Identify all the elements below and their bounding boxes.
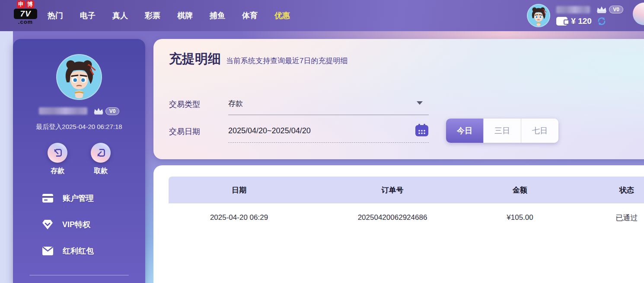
brand-logo[interactable]: 申 博 7V .com [13, 0, 38, 25]
withdraw-button[interactable]: 取款 [86, 143, 115, 176]
logo-seal-left: 申 [17, 0, 25, 8]
sidebar-user-row: V0 [13, 106, 145, 116]
sidebar-item-label: VIP特权 [62, 219, 90, 230]
refresh-balance-icon[interactable] [597, 16, 606, 26]
top-navbar: 申 博 7V .com 热门 电子 真人 彩票 棋牌 捕鱼 体育 优惠 [0, 0, 644, 31]
transaction-type-select[interactable]: 存款 [228, 91, 429, 115]
cell-date: 2025-04-20 06:29 [169, 213, 309, 222]
range-today-button[interactable]: 今日 [446, 119, 484, 143]
sidebar-divider [29, 275, 129, 276]
deposit-arrow-icon [52, 147, 63, 158]
sidebar-item-bonus[interactable]: 红利红包 [42, 242, 94, 260]
calendar-icon[interactable] [415, 124, 428, 136]
vip-crown-icon [595, 5, 608, 14]
logo-seal-right: 博 [26, 0, 34, 8]
range-7day-button[interactable]: 七日 [521, 119, 558, 143]
avatar[interactable] [527, 4, 550, 27]
last-login-text: 最后登入2025-04-20 06:27:18 [13, 123, 145, 131]
sidebar-item-vip[interactable]: VIP特权 [42, 216, 94, 233]
table-row: 2025-04-20 06:29 20250420062924686 ¥105.… [169, 203, 644, 232]
table-header-row: 日期 订单号 金额 状态 [169, 177, 644, 203]
nav-item-lottery[interactable]: 彩票 [145, 10, 160, 21]
logo-seals: 申 博 [13, 0, 38, 8]
envelope-icon [42, 247, 53, 255]
cell-order: 20250420062924686 [309, 213, 475, 222]
sidebar-menu: 账户管理 VIP特权 红利红包 [42, 190, 94, 269]
sidebar-item-label: 账户管理 [63, 193, 94, 203]
filter-panel: 充提明细 当前系统支持查询最近7日的充提明细 交易类型 存款 交易日期 2025… [153, 39, 644, 159]
nav-item-hot[interactable]: 热门 [48, 10, 63, 21]
main-nav: 热门 电子 真人 彩票 棋牌 捕鱼 体育 优惠 [48, 0, 290, 31]
bank-card-icon [42, 194, 53, 203]
transaction-type-label: 交易类型 [169, 99, 200, 109]
col-header-amount: 金额 [475, 185, 564, 195]
deposit-button[interactable]: 存款 [43, 143, 72, 176]
nav-item-promo[interactable]: 优惠 [274, 10, 290, 21]
vip-gem-icon [42, 220, 53, 229]
balance-amount: ¥ 120 [571, 16, 592, 26]
logo-tld: .com [13, 19, 38, 25]
records-table-card: 日期 订单号 金额 状态 2025-04-20 06:29 2025042006… [153, 165, 644, 283]
transaction-type-value: 存款 [228, 99, 243, 109]
col-header-order: 订单号 [309, 185, 475, 195]
col-header-date: 日期 [169, 185, 309, 195]
date-range-input[interactable]: 2025/04/20~2025/04/20 [228, 119, 429, 143]
username-blurred [39, 107, 87, 115]
vip-crown-icon [92, 106, 105, 116]
date-range-button-group: 今日 三日 七日 [446, 119, 558, 143]
cell-status: 已通过 [564, 213, 644, 223]
deposit-label: 存款 [43, 167, 72, 176]
sidebar-item-label: 红利红包 [63, 246, 94, 256]
topbar-user-area: V0 ¥ 120 [527, 0, 623, 31]
logo-name: 7V [14, 9, 37, 19]
page-subtitle: 当前系统支持查询最近7日的充提明细 [226, 56, 348, 66]
nav-item-cards[interactable]: 棋牌 [177, 10, 193, 21]
page-title: 充提明细 [169, 50, 221, 68]
date-range-value: 2025/04/20~2025/04/20 [228, 126, 311, 135]
sidebar-item-account[interactable]: 账户管理 [42, 190, 94, 207]
col-header-status: 状态 [564, 185, 644, 195]
cell-amount: ¥105.00 [475, 213, 564, 222]
page: 申 博 7V .com 热门 电子 真人 彩票 棋牌 捕鱼 体育 优惠 [0, 0, 644, 283]
chevron-down-icon [417, 101, 423, 105]
username-blurred [556, 6, 590, 13]
nav-item-live[interactable]: 真人 [112, 10, 128, 21]
nav-item-fishing[interactable]: 捕鱼 [210, 10, 225, 21]
vip-level-badge: V0 [609, 6, 623, 13]
nav-item-slots[interactable]: 电子 [80, 10, 96, 21]
range-3day-button[interactable]: 三日 [484, 119, 521, 143]
nav-item-sports[interactable]: 体育 [242, 10, 258, 21]
quick-actions: 存款 取款 [13, 143, 145, 176]
transaction-date-label: 交易日期 [169, 126, 200, 137]
wallet-icon [556, 17, 567, 26]
withdraw-arrow-icon [95, 147, 106, 158]
avatar[interactable] [56, 54, 102, 100]
sidebar: V0 最后登入2025-04-20 06:27:18 存款 [13, 39, 145, 283]
withdraw-label: 取款 [86, 167, 115, 176]
vip-level-badge: V0 [105, 107, 120, 115]
